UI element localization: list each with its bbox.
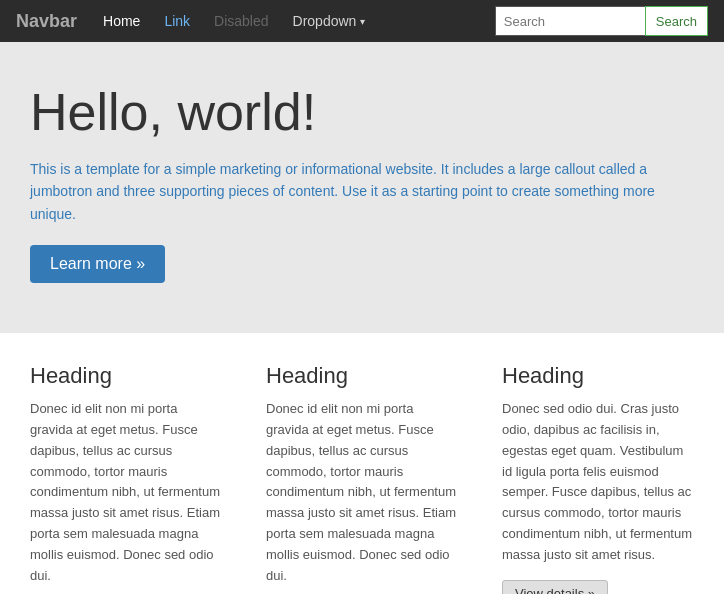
card-2: Heading Donec id elit non mi porta gravi…	[256, 363, 468, 594]
jumbotron-body: This is a template for a simple marketin…	[30, 158, 670, 225]
card-1-heading: Heading	[30, 363, 222, 389]
card-3-heading: Heading	[502, 363, 694, 389]
nav-link-disabled: Disabled	[204, 7, 278, 35]
navbar-search: Search	[495, 6, 708, 36]
card-3-details-button[interactable]: View details »	[502, 580, 608, 594]
content-section: Heading Donec id elit non mi porta gravi…	[0, 333, 724, 594]
search-button[interactable]: Search	[645, 6, 708, 36]
card-2-body: Donec id elit non mi porta gravida at eg…	[266, 399, 458, 586]
dropdown-label: Dropdown	[293, 13, 357, 29]
search-input[interactable]	[495, 6, 645, 36]
card-1-body: Donec id elit non mi porta gravida at eg…	[30, 399, 222, 586]
nav-link-home[interactable]: Home	[93, 7, 150, 35]
jumbotron-heading: Hello, world!	[30, 82, 694, 142]
card-1: Heading Donec id elit non mi porta gravi…	[20, 363, 232, 594]
card-3-body: Donec sed odio dui. Cras justo odio, dap…	[502, 399, 694, 565]
chevron-down-icon: ▾	[360, 16, 365, 27]
navbar-brand[interactable]: Navbar	[16, 11, 77, 32]
learn-more-button[interactable]: Learn more »	[30, 245, 165, 283]
nav-link-link[interactable]: Link	[154, 7, 200, 35]
nav-dropdown[interactable]: Dropdown ▾	[283, 7, 376, 35]
navbar: Navbar Home Link Disabled Dropdown ▾ Sea…	[0, 0, 724, 42]
nav-links: Home Link Disabled Dropdown ▾	[93, 7, 495, 35]
cards-row: Heading Donec id elit non mi porta gravi…	[20, 363, 704, 594]
jumbotron: Hello, world! This is a template for a s…	[0, 42, 724, 333]
card-2-heading: Heading	[266, 363, 458, 389]
card-3: Heading Donec sed odio dui. Cras justo o…	[492, 363, 704, 594]
